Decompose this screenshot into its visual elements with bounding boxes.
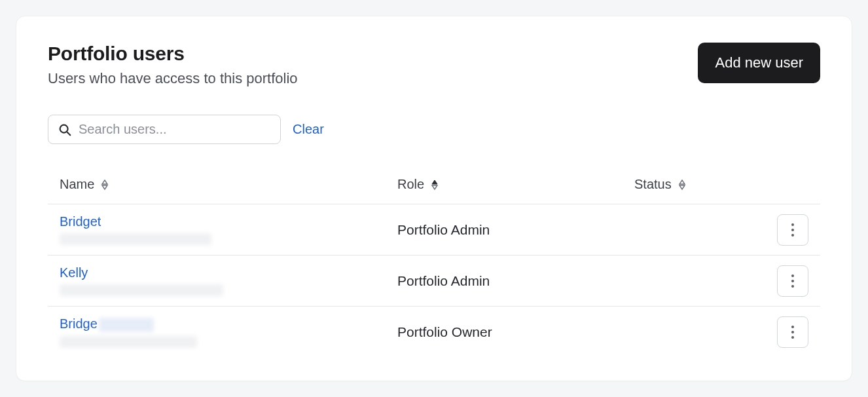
cell-role: Portfolio Owner [397, 324, 634, 340]
user-email-redacted [60, 284, 223, 296]
header-text: Portfolio users Users who have access to… [48, 43, 298, 87]
cell-name: Kelly [60, 265, 397, 296]
users-table: Name Role Status [48, 177, 820, 358]
kebab-icon [791, 325, 795, 339]
clear-search-link[interactable]: Clear [293, 122, 324, 137]
svg-point-5 [791, 274, 794, 277]
column-header-role[interactable]: Role [397, 177, 634, 192]
row-actions-button[interactable] [777, 265, 808, 297]
svg-point-0 [60, 124, 68, 132]
search-icon [58, 123, 72, 137]
user-email-redacted [60, 336, 197, 348]
svg-point-6 [791, 280, 794, 282]
cell-actions [769, 316, 808, 348]
table-row: Bridget Portfolio Admin [48, 204, 820, 255]
user-name-link[interactable]: Bridget [60, 214, 101, 229]
kebab-icon [791, 223, 795, 237]
column-label: Name [60, 177, 94, 192]
svg-point-10 [791, 336, 794, 339]
sort-icon [431, 180, 439, 190]
svg-point-9 [791, 331, 794, 333]
column-label: Role [397, 177, 424, 192]
sort-icon [101, 180, 109, 190]
portfolio-users-card: Portfolio users Users who have access to… [16, 16, 852, 381]
card-header: Portfolio users Users who have access to… [48, 43, 820, 87]
kebab-icon [791, 274, 795, 288]
column-header-actions [769, 177, 808, 192]
row-actions-button[interactable] [777, 316, 808, 348]
cell-role: Portfolio Admin [397, 222, 634, 238]
search-row: Clear [48, 115, 820, 144]
svg-point-7 [791, 285, 794, 288]
user-name-redacted-part [99, 318, 154, 332]
table-body: Bridget Portfolio Admin [48, 204, 820, 358]
user-name-link[interactable]: Bridge [60, 316, 98, 331]
svg-line-1 [67, 132, 71, 135]
user-email-redacted [60, 233, 211, 245]
table-header: Name Role Status [48, 177, 820, 204]
sort-icon [678, 180, 686, 190]
search-box[interactable] [48, 115, 281, 144]
column-label: Status [634, 177, 672, 192]
svg-point-8 [791, 326, 794, 328]
cell-name: Bridget [60, 214, 397, 245]
search-input[interactable] [79, 122, 271, 137]
column-header-status[interactable]: Status [634, 177, 769, 192]
page-title: Portfolio users [48, 43, 298, 65]
cell-actions [769, 214, 808, 246]
cell-role: Portfolio Admin [397, 273, 634, 289]
page-subtitle: Users who have access to this portfolio [48, 70, 298, 87]
row-actions-button[interactable] [777, 214, 808, 246]
add-new-user-button[interactable]: Add new user [698, 43, 820, 83]
column-header-name[interactable]: Name [60, 177, 397, 192]
svg-point-4 [791, 234, 794, 236]
svg-point-3 [791, 229, 794, 231]
svg-point-2 [791, 223, 794, 226]
table-row: Bridge Portfolio Owner [48, 307, 820, 358]
cell-name: Bridge [60, 316, 397, 349]
cell-actions [769, 265, 808, 297]
user-name-link[interactable]: Kelly [60, 265, 88, 280]
table-row: Kelly Portfolio Admin [48, 255, 820, 307]
